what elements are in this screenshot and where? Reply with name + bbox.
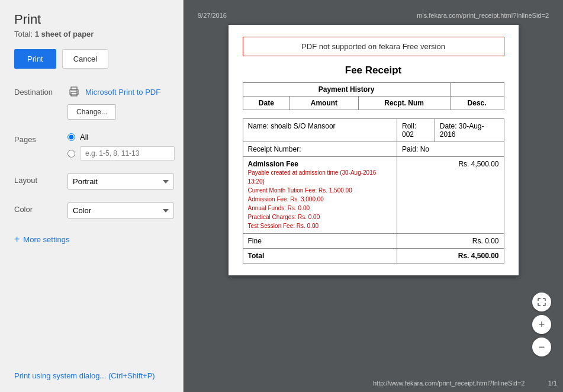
paid-status: Paid: No: [397, 142, 504, 157]
col-date: Date: [243, 97, 290, 110]
detail-line1: Payable created at admission time (30-Au…: [248, 168, 392, 186]
url-path: mls.fekara.com/print_receipt.html?Inline…: [417, 12, 549, 19]
layout-value: Portrait Landscape: [67, 173, 174, 189]
svg-point-3: [76, 91, 78, 92]
expand-icon: [538, 298, 546, 306]
col-recpt: Recpt. Num: [358, 97, 450, 110]
pages-all-radio[interactable]: [67, 133, 75, 141]
admission-details: Payable created at admission time (30-Au…: [248, 168, 392, 230]
destination-setting: Destination Microsoft Print to PDF Chang…: [14, 85, 169, 120]
payment-table: Payment History Date Amount Recpt. Num D…: [243, 82, 504, 110]
more-settings-link[interactable]: + More settings: [14, 234, 169, 245]
pages-all-option[interactable]: All: [67, 133, 175, 142]
admission-fee-title: Admission Fee: [248, 160, 392, 168]
bottom-url: http://www.fekara.com/print_receipt.html…: [373, 380, 525, 387]
info-table: Name: shoaib S/O Mansoor Roll: 002 Date:…: [243, 118, 504, 264]
receipt-title: Fee Receipt: [243, 65, 504, 76]
payment-history-header: Payment History: [243, 83, 450, 97]
receipt-number-label: Receipt Number:: [243, 142, 397, 157]
pages-radio-group: All: [67, 133, 175, 160]
detail-line5: Practical Charges: Rs. 0.00: [248, 213, 392, 221]
color-value: Color Black and white: [67, 203, 174, 219]
url-date: 9/27/2016: [198, 12, 227, 19]
fine-row: Fine Rs. 0.00: [243, 234, 504, 249]
total-label: Total: [243, 249, 397, 264]
color-label: Color: [14, 203, 67, 214]
color-select[interactable]: Color Black and white: [67, 203, 174, 219]
expand-button[interactable]: [532, 293, 551, 311]
admission-fee-cell: Admission Fee Payable created at admissi…: [243, 157, 397, 234]
payment-desc-col: [450, 83, 504, 97]
more-settings-label: More settings: [23, 235, 69, 244]
detail-line3: Current Month Tution Fee: Rs. 1,500.00: [248, 186, 392, 195]
system-dialog-link[interactable]: Print using system dialog... (Ctrl+Shift…: [14, 371, 155, 380]
destination-row: Microsoft Print to PDF: [67, 85, 169, 98]
page-number: 1/1: [548, 380, 557, 387]
pages-all-label: All: [80, 133, 88, 142]
destination-value: Microsoft Print to PDF Change...: [67, 85, 169, 120]
student-name: Name: shoaib S/O Mansoor: [243, 119, 397, 142]
bottom-bar: http://www.fekara.com/print_receipt.html…: [367, 374, 563, 392]
preview-panel: 9/27/2016 mls.fekara.com/print_receipt.h…: [184, 0, 563, 392]
zoom-in-button[interactable]: +: [532, 315, 551, 334]
col-desc: Desc.: [450, 97, 504, 110]
print-title: Print: [14, 12, 169, 27]
fine-label: Fine: [243, 234, 397, 249]
pdf-warning: PDF not supported on fekara Free version: [243, 37, 504, 56]
col-amount: Amount: [290, 97, 358, 110]
change-button[interactable]: Change...: [67, 104, 116, 120]
zoom-in-icon: +: [539, 319, 545, 331]
detail-line6: Test Session Fee: Rs. 0.00: [248, 221, 392, 230]
student-date: Date: 30-Aug-2016: [435, 119, 504, 142]
print-panel: Print Total: 1 sheet of paper Print Canc…: [0, 0, 184, 392]
color-setting: Color Color Black and white: [14, 203, 169, 219]
url-bar: 9/27/2016 mls.fekara.com/print_receipt.h…: [195, 12, 551, 19]
total-amount: Rs. 4,500.00: [397, 249, 504, 264]
admission-amount: Rs. 4,500.00: [397, 157, 504, 234]
pages-value: All: [67, 133, 175, 160]
layout-label: Layout: [14, 173, 67, 185]
student-info-row: Name: shoaib S/O Mansoor Roll: 002 Date:…: [243, 119, 504, 142]
plus-icon: +: [14, 234, 20, 245]
pages-setting: Pages All: [14, 133, 169, 160]
pages-custom-input[interactable]: [80, 146, 175, 160]
pages-custom-radio[interactable]: [67, 150, 75, 158]
zoom-controls: + −: [532, 293, 551, 356]
fine-amount: Rs. 0.00: [397, 234, 504, 249]
layout-setting: Layout Portrait Landscape: [14, 173, 169, 189]
print-button[interactable]: Print: [14, 49, 56, 69]
zoom-out-button[interactable]: −: [532, 338, 551, 356]
student-roll: Roll: 002: [397, 119, 435, 142]
printer-icon: [67, 85, 81, 98]
pages-label: Pages: [14, 133, 67, 144]
detail-line2: Admission Fee: Rs. 3,000.00: [248, 195, 392, 204]
receipt-page: PDF not supported on fekara Free version…: [229, 25, 519, 275]
receipt-num-row: Receipt Number: Paid: No: [243, 142, 504, 157]
print-total: Total: 1 sheet of paper: [14, 30, 169, 38]
destination-name: Microsoft Print to PDF: [85, 88, 160, 97]
zoom-out-icon: −: [539, 341, 545, 354]
destination-label: Destination: [14, 85, 67, 97]
detail-line4: Annual Funds: Rs. 0.00: [248, 204, 392, 213]
admission-fee-row: Admission Fee Payable created at admissi…: [243, 157, 504, 234]
svg-rect-2: [71, 92, 77, 96]
layout-select[interactable]: Portrait Landscape: [67, 173, 174, 189]
total-row: Total Rs. 4,500.00: [243, 249, 504, 264]
action-buttons: Print Cancel: [14, 49, 169, 69]
cancel-button[interactable]: Cancel: [62, 49, 108, 69]
pages-custom-option[interactable]: [67, 146, 175, 160]
